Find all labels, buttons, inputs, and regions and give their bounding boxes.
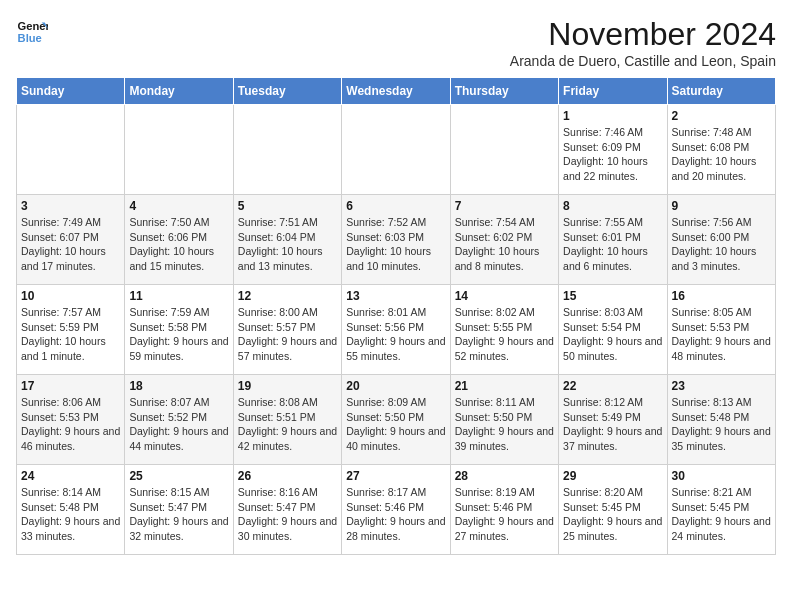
- day-number: 9: [672, 199, 771, 213]
- day-number: 11: [129, 289, 228, 303]
- day-info: Sunrise: 7:55 AM Sunset: 6:01 PM Dayligh…: [563, 215, 662, 274]
- weekday-header: Sunday: [17, 78, 125, 105]
- calendar-cell: 19Sunrise: 8:08 AM Sunset: 5:51 PM Dayli…: [233, 375, 341, 465]
- day-number: 19: [238, 379, 337, 393]
- calendar-cell: 23Sunrise: 8:13 AM Sunset: 5:48 PM Dayli…: [667, 375, 775, 465]
- day-info: Sunrise: 8:03 AM Sunset: 5:54 PM Dayligh…: [563, 305, 662, 364]
- day-info: Sunrise: 8:09 AM Sunset: 5:50 PM Dayligh…: [346, 395, 445, 454]
- day-info: Sunrise: 8:07 AM Sunset: 5:52 PM Dayligh…: [129, 395, 228, 454]
- day-number: 4: [129, 199, 228, 213]
- day-number: 8: [563, 199, 662, 213]
- calendar-cell: [450, 105, 558, 195]
- day-number: 30: [672, 469, 771, 483]
- header: General Blue November 2024 Aranda de Due…: [16, 16, 776, 69]
- calendar-cell: 9Sunrise: 7:56 AM Sunset: 6:00 PM Daylig…: [667, 195, 775, 285]
- day-info: Sunrise: 7:57 AM Sunset: 5:59 PM Dayligh…: [21, 305, 120, 364]
- day-info: Sunrise: 8:01 AM Sunset: 5:56 PM Dayligh…: [346, 305, 445, 364]
- calendar-cell: 27Sunrise: 8:17 AM Sunset: 5:46 PM Dayli…: [342, 465, 450, 555]
- calendar-cell: 7Sunrise: 7:54 AM Sunset: 6:02 PM Daylig…: [450, 195, 558, 285]
- weekday-header: Tuesday: [233, 78, 341, 105]
- day-number: 13: [346, 289, 445, 303]
- day-number: 1: [563, 109, 662, 123]
- day-info: Sunrise: 8:21 AM Sunset: 5:45 PM Dayligh…: [672, 485, 771, 544]
- calendar-cell: 5Sunrise: 7:51 AM Sunset: 6:04 PM Daylig…: [233, 195, 341, 285]
- calendar-cell: 8Sunrise: 7:55 AM Sunset: 6:01 PM Daylig…: [559, 195, 667, 285]
- day-info: Sunrise: 8:14 AM Sunset: 5:48 PM Dayligh…: [21, 485, 120, 544]
- calendar-cell: [233, 105, 341, 195]
- logo-icon: General Blue: [16, 16, 48, 48]
- calendar-cell: 15Sunrise: 8:03 AM Sunset: 5:54 PM Dayli…: [559, 285, 667, 375]
- calendar-week-row: 24Sunrise: 8:14 AM Sunset: 5:48 PM Dayli…: [17, 465, 776, 555]
- day-number: 16: [672, 289, 771, 303]
- calendar-week-row: 3Sunrise: 7:49 AM Sunset: 6:07 PM Daylig…: [17, 195, 776, 285]
- calendar-cell: [342, 105, 450, 195]
- calendar-cell: 14Sunrise: 8:02 AM Sunset: 5:55 PM Dayli…: [450, 285, 558, 375]
- calendar-cell: 21Sunrise: 8:11 AM Sunset: 5:50 PM Dayli…: [450, 375, 558, 465]
- calendar-cell: 11Sunrise: 7:59 AM Sunset: 5:58 PM Dayli…: [125, 285, 233, 375]
- weekday-header: Wednesday: [342, 78, 450, 105]
- calendar-cell: 22Sunrise: 8:12 AM Sunset: 5:49 PM Dayli…: [559, 375, 667, 465]
- calendar-cell: 24Sunrise: 8:14 AM Sunset: 5:48 PM Dayli…: [17, 465, 125, 555]
- calendar-cell: 4Sunrise: 7:50 AM Sunset: 6:06 PM Daylig…: [125, 195, 233, 285]
- day-number: 24: [21, 469, 120, 483]
- day-number: 27: [346, 469, 445, 483]
- day-number: 21: [455, 379, 554, 393]
- day-info: Sunrise: 8:19 AM Sunset: 5:46 PM Dayligh…: [455, 485, 554, 544]
- day-number: 3: [21, 199, 120, 213]
- calendar-cell: [17, 105, 125, 195]
- calendar-cell: 28Sunrise: 8:19 AM Sunset: 5:46 PM Dayli…: [450, 465, 558, 555]
- calendar-week-row: 1Sunrise: 7:46 AM Sunset: 6:09 PM Daylig…: [17, 105, 776, 195]
- day-info: Sunrise: 7:46 AM Sunset: 6:09 PM Dayligh…: [563, 125, 662, 184]
- day-info: Sunrise: 8:00 AM Sunset: 5:57 PM Dayligh…: [238, 305, 337, 364]
- calendar-cell: 29Sunrise: 8:20 AM Sunset: 5:45 PM Dayli…: [559, 465, 667, 555]
- day-info: Sunrise: 8:06 AM Sunset: 5:53 PM Dayligh…: [21, 395, 120, 454]
- calendar-cell: 30Sunrise: 8:21 AM Sunset: 5:45 PM Dayli…: [667, 465, 775, 555]
- day-number: 6: [346, 199, 445, 213]
- month-title: November 2024: [510, 16, 776, 53]
- day-number: 28: [455, 469, 554, 483]
- calendar-cell: 18Sunrise: 8:07 AM Sunset: 5:52 PM Dayli…: [125, 375, 233, 465]
- weekday-header: Thursday: [450, 78, 558, 105]
- day-info: Sunrise: 7:50 AM Sunset: 6:06 PM Dayligh…: [129, 215, 228, 274]
- location-subtitle: Aranda de Duero, Castille and Leon, Spai…: [510, 53, 776, 69]
- day-number: 25: [129, 469, 228, 483]
- day-number: 23: [672, 379, 771, 393]
- calendar-cell: 16Sunrise: 8:05 AM Sunset: 5:53 PM Dayli…: [667, 285, 775, 375]
- calendar-cell: 2Sunrise: 7:48 AM Sunset: 6:08 PM Daylig…: [667, 105, 775, 195]
- weekday-header-row: SundayMondayTuesdayWednesdayThursdayFrid…: [17, 78, 776, 105]
- day-info: Sunrise: 7:56 AM Sunset: 6:00 PM Dayligh…: [672, 215, 771, 274]
- calendar-cell: 3Sunrise: 7:49 AM Sunset: 6:07 PM Daylig…: [17, 195, 125, 285]
- day-info: Sunrise: 7:48 AM Sunset: 6:08 PM Dayligh…: [672, 125, 771, 184]
- weekday-header: Saturday: [667, 78, 775, 105]
- day-number: 22: [563, 379, 662, 393]
- title-area: November 2024 Aranda de Duero, Castille …: [510, 16, 776, 69]
- svg-text:General: General: [18, 20, 48, 32]
- day-number: 17: [21, 379, 120, 393]
- calendar-cell: 25Sunrise: 8:15 AM Sunset: 5:47 PM Dayli…: [125, 465, 233, 555]
- weekday-header: Friday: [559, 78, 667, 105]
- calendar-cell: 17Sunrise: 8:06 AM Sunset: 5:53 PM Dayli…: [17, 375, 125, 465]
- day-number: 15: [563, 289, 662, 303]
- day-info: Sunrise: 7:49 AM Sunset: 6:07 PM Dayligh…: [21, 215, 120, 274]
- svg-text:Blue: Blue: [18, 32, 42, 44]
- day-info: Sunrise: 7:54 AM Sunset: 6:02 PM Dayligh…: [455, 215, 554, 274]
- day-number: 10: [21, 289, 120, 303]
- day-number: 29: [563, 469, 662, 483]
- logo: General Blue: [16, 16, 48, 48]
- calendar-week-row: 17Sunrise: 8:06 AM Sunset: 5:53 PM Dayli…: [17, 375, 776, 465]
- day-info: Sunrise: 7:59 AM Sunset: 5:58 PM Dayligh…: [129, 305, 228, 364]
- day-number: 2: [672, 109, 771, 123]
- calendar-cell: 1Sunrise: 7:46 AM Sunset: 6:09 PM Daylig…: [559, 105, 667, 195]
- day-info: Sunrise: 8:05 AM Sunset: 5:53 PM Dayligh…: [672, 305, 771, 364]
- day-info: Sunrise: 8:08 AM Sunset: 5:51 PM Dayligh…: [238, 395, 337, 454]
- calendar-cell: 26Sunrise: 8:16 AM Sunset: 5:47 PM Dayli…: [233, 465, 341, 555]
- day-info: Sunrise: 8:12 AM Sunset: 5:49 PM Dayligh…: [563, 395, 662, 454]
- calendar-cell: [125, 105, 233, 195]
- calendar-cell: 10Sunrise: 7:57 AM Sunset: 5:59 PM Dayli…: [17, 285, 125, 375]
- day-number: 12: [238, 289, 337, 303]
- day-info: Sunrise: 8:15 AM Sunset: 5:47 PM Dayligh…: [129, 485, 228, 544]
- calendar-cell: 13Sunrise: 8:01 AM Sunset: 5:56 PM Dayli…: [342, 285, 450, 375]
- calendar-table: SundayMondayTuesdayWednesdayThursdayFrid…: [16, 77, 776, 555]
- day-info: Sunrise: 8:17 AM Sunset: 5:46 PM Dayligh…: [346, 485, 445, 544]
- day-info: Sunrise: 8:11 AM Sunset: 5:50 PM Dayligh…: [455, 395, 554, 454]
